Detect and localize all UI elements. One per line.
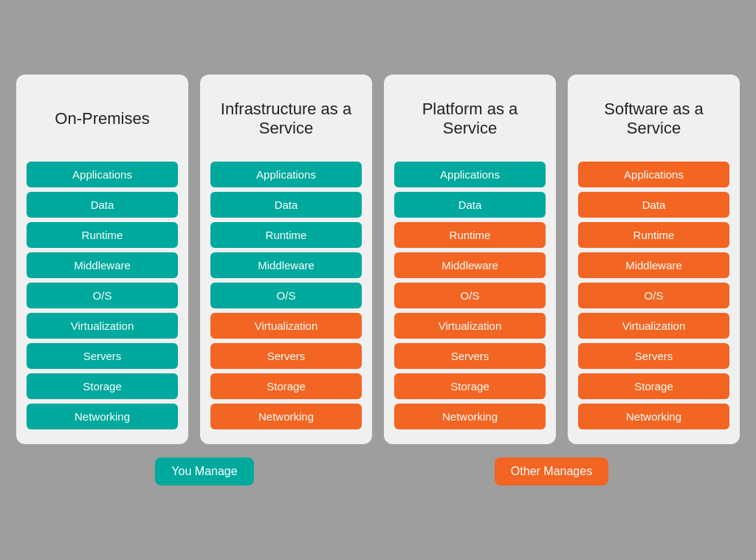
item-badge-networking-saas: Networking [578,404,729,429]
main-container: On-PremisesApplicationsDataRuntimeMiddle… [16,75,740,485]
item-badge-storage-on-premises: Storage [27,373,178,399]
item-badge-servers-iaas: Servers [210,343,362,369]
column-iaas: Infrastructure as a ServiceApplicationsD… [200,75,372,444]
item-badge-middleware-saas: Middleware [578,252,729,278]
column-title-saas: Software as a Service [578,89,729,148]
item-badge-data-saas: Data [578,192,729,218]
item-badge-applications-paas: Applications [394,162,546,187]
column-on-premises: On-PremisesApplicationsDataRuntimeMiddle… [16,75,188,444]
item-badge-applications-iaas: Applications [210,162,362,187]
item-badge-virtualization-paas: Virtualization [394,313,546,339]
item-badge-data-iaas: Data [210,192,362,218]
item-badge-applications-saas: Applications [578,162,729,187]
column-title-paas: Platform as a Service [394,89,546,148]
item-badge-virtualization-on-premises: Virtualization [27,313,178,339]
items-list-on-premises: ApplicationsDataRuntimeMiddlewareO/SVirt… [27,162,178,429]
item-badge-data-paas: Data [394,192,546,218]
item-badge-storage-saas: Storage [578,373,729,399]
you-manage-badge: You Manage [155,457,253,485]
column-title-iaas: Infrastructure as a Service [210,89,362,148]
item-badge-runtime-on-premises: Runtime [27,222,178,248]
item-badge-o-s-paas: O/S [394,283,546,308]
items-list-saas: ApplicationsDataRuntimeMiddlewareO/SVirt… [578,162,729,429]
items-list-paas: ApplicationsDataRuntimeMiddlewareO/SVirt… [394,162,546,429]
column-paas: Platform as a ServiceApplicationsDataRun… [384,75,556,444]
item-badge-runtime-paas: Runtime [394,222,546,248]
item-badge-storage-iaas: Storage [210,373,362,399]
item-badge-o-s-saas: O/S [578,283,729,308]
item-badge-runtime-saas: Runtime [578,222,729,248]
legend-row: You Manage Other Manages [16,457,740,485]
item-badge-middleware-iaas: Middleware [210,252,362,278]
column-title-on-premises: On-Premises [27,89,178,148]
item-badge-storage-paas: Storage [394,373,546,399]
columns-row: On-PremisesApplicationsDataRuntimeMiddle… [16,75,740,444]
item-badge-o-s-on-premises: O/S [27,283,178,308]
items-list-iaas: ApplicationsDataRuntimeMiddlewareO/SVirt… [210,162,362,429]
item-badge-servers-paas: Servers [394,343,546,369]
item-badge-networking-on-premises: Networking [27,404,178,429]
item-badge-o-s-iaas: O/S [210,283,362,308]
item-badge-applications-on-premises: Applications [27,162,178,187]
item-badge-virtualization-iaas: Virtualization [210,313,362,339]
item-badge-middleware-paas: Middleware [394,252,546,278]
item-badge-data-on-premises: Data [27,192,178,218]
item-badge-servers-on-premises: Servers [27,343,178,369]
column-saas: Software as a ServiceApplicationsDataRun… [568,75,740,444]
item-badge-servers-saas: Servers [578,343,729,369]
other-manages-badge: Other Manages [495,457,608,485]
item-badge-networking-paas: Networking [394,404,546,429]
item-badge-runtime-iaas: Runtime [210,222,362,248]
legend-left: You Manage [31,457,378,485]
item-badge-networking-iaas: Networking [210,404,362,429]
legend-right: Other Manages [378,457,725,485]
item-badge-middleware-on-premises: Middleware [27,252,178,278]
item-badge-virtualization-saas: Virtualization [578,313,729,339]
